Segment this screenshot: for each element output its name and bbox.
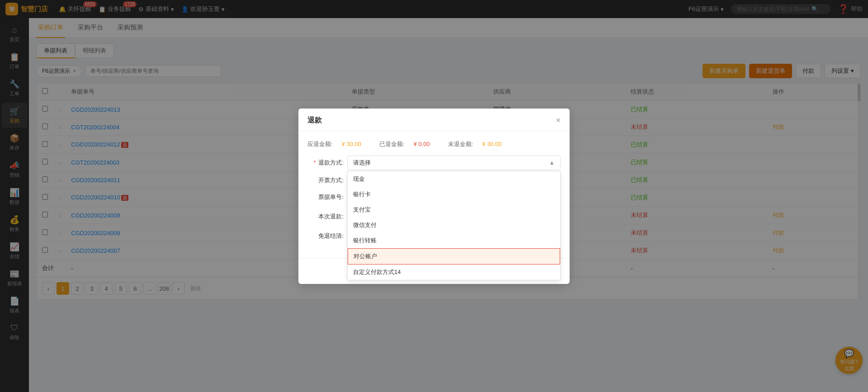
method-select[interactable]: 请选择 ▲ [347,156,561,170]
this-refund-label: 本次退款: [307,213,344,221]
dropdown-item-bank-transfer[interactable]: 银行转账 [348,233,560,248]
method-placeholder: 请选择 [353,159,371,167]
refunded-value: ¥ 0.00 [414,141,430,147]
should-refund-label: 应退金额: [307,140,333,148]
chevron-up-icon: ▲ [549,159,555,166]
modal-title: 退款 [307,116,322,125]
method-select-wrap: 请选择 ▲ 现金 银行卡 支付宝 [347,156,561,170]
modal-close-button[interactable]: × [556,116,561,125]
dropdown-item-cash[interactable]: 现金 [348,171,560,187]
unrefunded-value: ¥ 30.00 [482,141,501,147]
refunded-label: 已退金额: [379,140,405,148]
no-refund-label: 免退结清: [307,232,344,240]
should-refund-value: ¥ 30.00 [342,141,361,147]
dropdown-item-wechat[interactable]: 微信支付 [348,217,560,233]
modal-header: 退款 × [298,109,570,131]
invoice-label: 开票方式: [307,176,344,184]
method-dropdown: 现金 银行卡 支付宝 微信支付 银行转账 [347,171,561,280]
unrefunded-label: 未退金额: [448,140,473,148]
dropdown-item-alipay[interactable]: 支付宝 [348,202,560,217]
modal-overlay: 退款 × 应退金额: ¥ 30.00 已退金额: ¥ 0.00 未退金额: ¥ … [0,0,868,392]
amount-info-row: 应退金额: ¥ 30.00 已退金额: ¥ 0.00 未退金额: ¥ 30.00 [307,140,561,148]
modal-body: 应退金额: ¥ 30.00 已退金额: ¥ 0.00 未退金额: ¥ 30.00… [298,131,570,258]
voucher-label: 票据单号: [307,193,344,201]
refund-modal: 退款 × 应退金额: ¥ 30.00 已退金额: ¥ 0.00 未退金额: ¥ … [298,109,570,284]
dropdown-item-company-account[interactable]: 对公账户 [348,248,560,264]
method-label: * 退款方式: [307,159,344,167]
dropdown-item-bank-card[interactable]: 银行卡 [348,187,560,202]
required-mark: * [314,159,316,166]
dropdown-item-custom14[interactable]: 自定义付款方式14 [348,264,560,280]
refund-method-row: * 退款方式: 请选择 ▲ 现金 银行卡 [307,156,561,170]
